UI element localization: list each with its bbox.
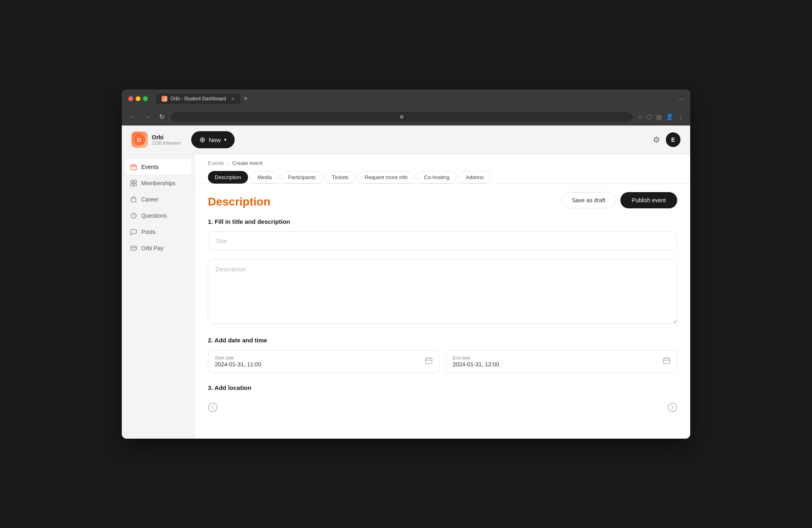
events-icon xyxy=(130,163,137,171)
browser-nav-bar: ← → ↻ ⚙ ☆ ⬡ ▤ 👤 ⋮ xyxy=(122,108,690,126)
tabs-row: Description Media Participants Tickets R… xyxy=(208,171,677,184)
breadcrumb: Events › Create event xyxy=(208,160,677,166)
content-area: Events › Create event Description Media … xyxy=(195,154,690,439)
date-section: 2. Add date and time Start date 2024-01-… xyxy=(208,337,677,373)
next-arrow-button[interactable] xyxy=(667,402,677,414)
app-content: O Orbi 1150 followers ⊕ New ▾ ⚙ E xyxy=(122,126,690,439)
active-browser-tab[interactable]: Orbi - Student Dashboard ✕ xyxy=(156,93,240,104)
section1-title: 1. Fill in title and description xyxy=(208,218,677,225)
breadcrumb-separator: › xyxy=(227,160,229,166)
back-button[interactable]: ← xyxy=(128,112,138,122)
tab-media[interactable]: Media xyxy=(251,171,279,184)
title-input[interactable] xyxy=(208,232,677,251)
description-textarea[interactable] xyxy=(208,259,677,324)
sidebar-item-label: Questions xyxy=(141,212,167,219)
svg-rect-10 xyxy=(131,198,136,202)
sidebar-item-orbi-pay[interactable]: Orbi Pay xyxy=(125,240,191,256)
browser-profile-icon[interactable]: 👤 xyxy=(666,113,674,121)
start-date-field[interactable]: Start date 2024-01-31, 11:00 xyxy=(208,350,439,373)
start-calendar-icon xyxy=(425,357,432,366)
main-layout: Events Memberships xyxy=(122,154,690,439)
plus-icon: ⊕ xyxy=(199,135,205,144)
svg-point-23 xyxy=(209,403,217,412)
end-calendar-icon xyxy=(663,357,670,366)
forward-button[interactable]: → xyxy=(143,112,153,122)
memberships-icon xyxy=(130,180,137,187)
new-button[interactable]: ⊕ New ▾ xyxy=(191,131,235,148)
sidebar-item-career[interactable]: Career xyxy=(125,192,191,207)
fullscreen-traffic-light[interactable] xyxy=(143,96,148,101)
tab-request-more-info[interactable]: Request more info xyxy=(358,171,415,184)
tab-favicon xyxy=(162,96,167,102)
sidebar-toggle-icon[interactable]: ▤ xyxy=(656,113,662,121)
questions-icon: ? xyxy=(130,212,137,219)
section3-title: 3. Add location xyxy=(208,384,677,391)
tab-addons[interactable]: Addons xyxy=(459,171,490,184)
close-traffic-light[interactable] xyxy=(128,96,133,101)
minimize-traffic-light[interactable] xyxy=(136,96,140,101)
sidebar-item-label: Orbi Pay xyxy=(141,245,163,251)
end-date-field[interactable]: End date 2024-01-31, 12:00 xyxy=(446,350,677,373)
sidebar-item-label: Events xyxy=(141,164,159,170)
start-date-inner: Start date 2024-01-31, 11:00 xyxy=(215,355,261,368)
tab-title: Orbi - Student Dashboard xyxy=(171,96,226,102)
sidebar-item-posts[interactable]: Posts xyxy=(125,224,191,240)
tab-participants[interactable]: Participants xyxy=(281,171,322,184)
tab-tickets[interactable]: Tickets xyxy=(325,171,355,184)
svg-text:?: ? xyxy=(133,214,135,218)
extension-icon[interactable]: ⬡ xyxy=(647,113,652,121)
svg-rect-7 xyxy=(134,180,136,183)
settings-button[interactable]: ⚙ xyxy=(653,135,660,145)
tab-description[interactable]: Description xyxy=(208,171,248,184)
new-button-label: New xyxy=(209,136,221,143)
browser-more-icon[interactable]: ⋮ xyxy=(678,113,684,121)
app-logo: O xyxy=(132,132,148,148)
section2-title: 2. Add date and time xyxy=(208,337,677,344)
browser-actions: ⋯ xyxy=(677,95,684,103)
sidebar-item-events[interactable]: Events xyxy=(125,159,191,175)
browser-toolbar: Orbi - Student Dashboard ✕ + ⋯ xyxy=(122,89,690,108)
content-header: Events › Create event Description Media … xyxy=(195,154,690,184)
tab-bar: Orbi - Student Dashboard ✕ + xyxy=(156,93,672,104)
end-date-value: 2024-01-31, 12:00 xyxy=(453,361,499,368)
address-icon: ⚙ xyxy=(400,114,404,120)
sidebar: Events Memberships xyxy=(122,154,195,439)
sidebar-item-label: Memberships xyxy=(141,180,175,186)
traffic-lights xyxy=(128,96,148,101)
save-draft-button[interactable]: Save as draft xyxy=(561,192,615,208)
org-name: Orbi xyxy=(152,134,181,141)
career-icon xyxy=(130,196,137,203)
posts-icon xyxy=(130,228,137,236)
svg-rect-15 xyxy=(425,358,432,364)
breadcrumb-current: Create event xyxy=(232,160,262,166)
app-header: O Orbi 1150 followers ⊕ New ▾ ⚙ E xyxy=(122,126,690,154)
start-date-value: 2024-01-31, 11:00 xyxy=(215,361,261,368)
avatar[interactable]: E xyxy=(666,132,680,147)
more-options-icon[interactable]: ⋯ xyxy=(677,95,684,103)
svg-rect-2 xyxy=(131,165,136,170)
org-info: Orbi 1150 followers xyxy=(152,134,181,145)
end-date-inner: End date 2024-01-31, 12:00 xyxy=(453,355,499,368)
date-row: Start date 2024-01-31, 11:00 xyxy=(208,350,677,373)
refresh-button[interactable]: ↻ xyxy=(158,111,166,122)
top-form-area: Description Save as draft Publish event xyxy=(208,195,677,218)
svg-rect-9 xyxy=(134,184,136,186)
end-date-label: End date xyxy=(453,355,499,360)
orbi-pay-icon xyxy=(130,245,137,252)
sidebar-item-memberships[interactable]: Memberships xyxy=(125,175,191,191)
breadcrumb-parent[interactable]: Events xyxy=(208,160,224,166)
svg-point-24 xyxy=(668,403,677,412)
sidebar-item-label: Posts xyxy=(141,229,155,235)
address-bar[interactable]: ⚙ xyxy=(171,112,633,122)
previous-arrow-button[interactable] xyxy=(208,402,218,414)
tab-co-hosting[interactable]: Co-hosting xyxy=(417,171,456,184)
nav-arrows xyxy=(208,399,677,418)
bookmark-icon[interactable]: ☆ xyxy=(637,113,643,121)
sidebar-item-questions[interactable]: ? Questions xyxy=(125,208,191,223)
location-section: 3. Add location xyxy=(208,384,677,391)
publish-button[interactable]: Publish event xyxy=(620,192,677,208)
form-heading: Description xyxy=(208,195,270,208)
new-tab-button[interactable]: + xyxy=(242,95,250,103)
svg-rect-19 xyxy=(663,358,670,364)
tab-close-button[interactable]: ✕ xyxy=(231,96,235,102)
